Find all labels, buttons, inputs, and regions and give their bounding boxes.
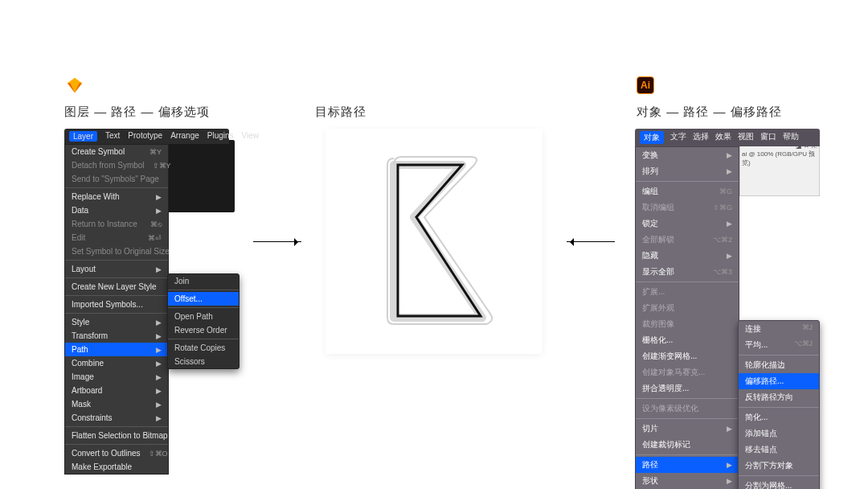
menubar-item[interactable]: 选择: [693, 131, 709, 144]
menu-item[interactable]: Join: [168, 274, 239, 288]
menubar-item[interactable]: Plugins: [207, 131, 234, 142]
menu-item[interactable]: 显示全部⌥⌘3: [636, 264, 739, 280]
menu-item[interactable]: Replace With▶: [65, 190, 168, 203]
menu-item[interactable]: Image▶: [65, 370, 168, 384]
menu-item[interactable]: Detach from Symbol⇧⌘Y: [65, 158, 168, 172]
menu-item[interactable]: Edit⌘⏎: [65, 231, 168, 244]
menu-item[interactable]: Create Symbol⌘Y: [65, 145, 168, 158]
menubar-item[interactable]: Text: [105, 131, 120, 142]
illustrator-object-menu[interactable]: 变换▶排列▶编组⌘G取消编组⇧⌘G锁定▶全部解锁⌥⌘2隐藏▶显示全部⌥⌘3扩展.…: [635, 146, 739, 489]
menu-item[interactable]: 变换▶: [636, 147, 739, 163]
menubar-item[interactable]: 对象: [640, 131, 664, 144]
menu-item[interactable]: Flatten Selection to Bitmap: [65, 429, 168, 442]
illustrator-menu-block: ◪ ✕ X: ai @ 100% (RGB/GPU 预览) 对象文字选择效果视图…: [635, 129, 820, 489]
menu-item[interactable]: 移去锚点: [739, 442, 819, 458]
menu-item[interactable]: Artboard▶: [65, 384, 168, 397]
menu-item[interactable]: Mask▶: [65, 397, 168, 411]
menu-item[interactable]: 扩展外观: [636, 300, 739, 316]
menu-item[interactable]: Create New Layer Style: [65, 280, 168, 294]
target-path-canvas: [326, 129, 542, 354]
menu-item[interactable]: 设为像素级优化: [636, 401, 739, 417]
menu-item[interactable]: 形状▶: [636, 473, 739, 489]
menu-item[interactable]: 路径▶: [636, 457, 739, 473]
menu-item[interactable]: Open Path: [168, 310, 239, 323]
menu-item[interactable]: Make Exportable: [65, 460, 168, 474]
menubar-item[interactable]: 帮助: [783, 131, 799, 144]
heading-right: 对象 — 路径 — 偏移路径: [637, 105, 782, 120]
menu-item[interactable]: 扩展...: [636, 284, 739, 300]
menu-item[interactable]: 切片▶: [636, 421, 739, 437]
menu-item[interactable]: Send to "Symbols" Page: [65, 172, 168, 186]
menu-item[interactable]: Imported Symbols...: [65, 298, 168, 311]
menu-item[interactable]: 分割为网格...: [739, 478, 819, 489]
menu-item[interactable]: 偏移路径...: [739, 373, 819, 389]
menu-item[interactable]: Scissors: [168, 355, 239, 368]
menu-item[interactable]: 全部解锁⌥⌘2: [636, 232, 739, 248]
menu-item[interactable]: 裁剪图像: [636, 316, 739, 332]
menubar-item[interactable]: 效果: [715, 131, 731, 144]
illustrator-app-icon: Ai: [637, 76, 654, 94]
menu-item[interactable]: Return to Instance⌘⎋: [65, 217, 168, 231]
menu-item[interactable]: Offset...: [168, 292, 239, 306]
menu-item[interactable]: 拼合透明度...: [636, 380, 739, 397]
menu-item[interactable]: Set Symbol to Original Size: [65, 244, 168, 258]
arrow-left-icon: [567, 241, 615, 242]
menu-item[interactable]: 反转路径方向: [739, 389, 819, 405]
menubar-item[interactable]: Prototype: [128, 131, 162, 142]
menubar-item[interactable]: View: [242, 131, 260, 142]
menu-item[interactable]: 栅格化...: [636, 332, 739, 348]
menubar-item[interactable]: Layer: [69, 131, 97, 142]
menu-item[interactable]: Path▶: [65, 343, 168, 356]
menu-item[interactable]: Convert to Outlines⇧⌘O: [65, 446, 168, 460]
menu-item[interactable]: Constraints▶: [65, 411, 168, 425]
menu-item[interactable]: 连接⌘J: [739, 321, 819, 337]
menu-item[interactable]: 轮廓化描边: [739, 357, 819, 373]
menubar-item[interactable]: Arrange: [170, 131, 199, 142]
menu-item[interactable]: Style▶: [65, 315, 168, 329]
sketch-app-icon: [66, 76, 84, 94]
sketch-menu-block: LayerTextPrototypeArrangePluginsView Cre…: [64, 129, 229, 475]
menubar-item[interactable]: 视图: [738, 131, 754, 144]
illustrator-path-submenu[interactable]: 连接⌘J平均...⌥⌘J轮廓化描边偏移路径...反转路径方向简化...添加锚点移…: [738, 320, 820, 489]
sketch-artboard-bg: [164, 140, 235, 212]
menu-item[interactable]: 取消编组⇧⌘G: [636, 199, 739, 216]
menu-item[interactable]: 隐藏▶: [636, 248, 739, 264]
illustrator-menubar[interactable]: 对象文字选择效果视图窗口帮助: [635, 129, 820, 146]
arrow-right-icon: [253, 241, 301, 242]
menu-item[interactable]: 创建裁切标记: [636, 437, 739, 453]
menu-item[interactable]: 创建对象马赛克...: [636, 364, 739, 380]
menu-item[interactable]: Reverse Order: [168, 323, 239, 337]
menu-item[interactable]: Rotate Copies: [168, 341, 239, 355]
heading-center: 目标路径: [315, 105, 366, 120]
menu-item[interactable]: 添加锚点: [739, 425, 819, 442]
sketch-menubar[interactable]: LayerTextPrototypeArrangePluginsView: [64, 129, 229, 144]
k-path-shape: [362, 149, 506, 334]
menu-item[interactable]: Transform▶: [65, 329, 168, 343]
sketch-path-submenu[interactable]: JoinOffset...Open PathReverse OrderRotat…: [167, 273, 240, 369]
sketch-layer-menu[interactable]: Create Symbol⌘YDetach from Symbol⇧⌘YSend…: [64, 144, 169, 475]
heading-left: 图层 — 路径 — 偏移选项: [64, 105, 210, 120]
menu-item[interactable]: 创建渐变网格...: [636, 348, 739, 364]
menubar-item[interactable]: 文字: [670, 131, 686, 144]
menu-item[interactable]: 平均...⌥⌘J: [739, 337, 819, 353]
menu-item[interactable]: Layout▶: [65, 262, 168, 276]
menu-item[interactable]: 锁定▶: [636, 216, 739, 232]
menu-item[interactable]: 分割下方对象: [739, 458, 819, 474]
illustrator-doc-bg: ◪ ✕ X: ai @ 100% (RGB/GPU 预览): [739, 140, 820, 196]
menu-item[interactable]: 编组⌘G: [636, 183, 739, 199]
menubar-item[interactable]: 窗口: [760, 131, 776, 144]
menu-item[interactable]: Combine▶: [65, 356, 168, 370]
menu-item[interactable]: 简化...: [739, 409, 819, 425]
menu-item[interactable]: Data▶: [65, 203, 168, 217]
menu-item[interactable]: 排列▶: [636, 163, 739, 179]
